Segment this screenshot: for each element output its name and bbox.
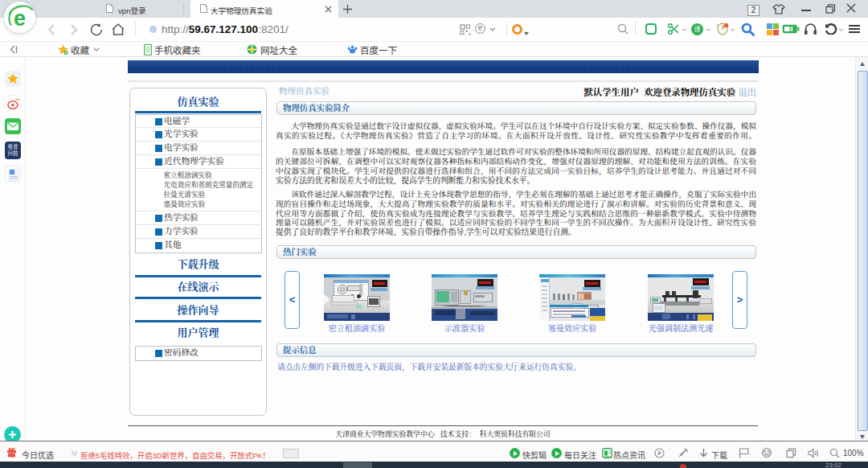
svg-text:e: e bbox=[14, 6, 26, 31]
